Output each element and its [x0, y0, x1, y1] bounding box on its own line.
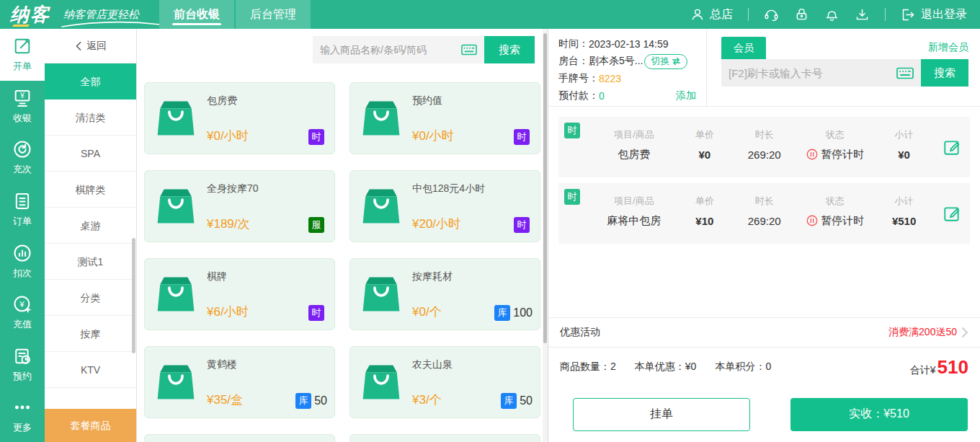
product-card[interactable]: 棋牌¥6/小时 时 — [144, 258, 335, 330]
order-item-name: 包房费 — [592, 143, 677, 165]
edit-icon[interactable] — [943, 138, 961, 156]
col-header-unit-price: 单价 — [677, 193, 733, 210]
promo-label: 优惠活动 — [560, 326, 600, 339]
product-scrollbar[interactable] — [543, 33, 547, 343]
product-card[interactable]: 按摩耗材¥0/个 库100 — [349, 258, 540, 330]
nav-item-deduct-times[interactable]: 扣次 — [0, 235, 45, 287]
member-section: 会员 新增会员 搜索 — [707, 29, 980, 106]
keyboard-icon[interactable] — [896, 67, 914, 79]
chevron-left-icon — [74, 41, 83, 51]
order-item-duration: 269:20 — [733, 210, 796, 231]
logout-button[interactable]: 退出登录 — [901, 7, 967, 22]
product-bag-icon — [155, 97, 197, 139]
product-card[interactable]: 农夫山泉¥3/个 库50 — [349, 346, 540, 418]
order-row[interactable]: 时 项目/商品 单价 时长 状态 小计 包房费 ¥0 269:20 — [558, 117, 970, 177]
bell-icon[interactable] — [824, 7, 839, 22]
col-header-status: 状态 — [796, 126, 874, 143]
col-header-duration: 时长 — [733, 126, 796, 143]
col-header-item: 项目/商品 — [592, 193, 677, 210]
order-item-duration: 269:20 — [733, 143, 796, 165]
category-item-all[interactable]: 全部 — [45, 63, 136, 100]
product-card-partial[interactable] — [144, 434, 335, 442]
member-search-button[interactable]: 搜索 — [921, 59, 968, 87]
product-name: 棋牌 — [207, 270, 327, 283]
logout-label: 退出登录 — [921, 7, 967, 22]
nav-item-open-order[interactable]: 开单 — [0, 29, 45, 81]
product-search-input[interactable] — [320, 44, 461, 56]
edit-icon[interactable] — [943, 204, 961, 223]
qty-value: 2 — [610, 361, 616, 372]
sidebar-nav: 开单 ¥ 收银 充次 订单 扣次 ¥ 充值 预约 更多 — [0, 29, 45, 442]
tagline-swoosh-icon — [61, 21, 161, 28]
logout-icon — [901, 7, 916, 22]
add-deposit-link[interactable]: 添加 — [676, 89, 696, 102]
nav-item-booking[interactable]: 预约 — [0, 339, 45, 391]
total-amount: 510 — [937, 356, 968, 379]
chevron-right-icon — [961, 327, 968, 338]
order-item-subtotal: ¥0 — [874, 143, 934, 165]
nav-item-cashier[interactable]: ¥ 收银 — [0, 81, 45, 133]
product-bag-icon — [155, 361, 197, 403]
product-name: 按摩耗材 — [412, 270, 533, 283]
back-button[interactable]: 返回 — [45, 29, 136, 63]
store-selector[interactable]: 总店 — [690, 7, 733, 22]
order-item-unit-price: ¥10 — [677, 210, 733, 231]
category-item[interactable]: 棋牌类 — [45, 172, 136, 208]
cashier-icon: ¥ — [12, 88, 32, 108]
category-item[interactable]: 桌游 — [45, 208, 136, 244]
session-info: 时间：2023-02-13 14:59 房台： 剧本杀5号... 切换 手牌号：… — [548, 29, 707, 106]
nav-item-more[interactable]: 更多 — [0, 390, 45, 442]
product-area: 搜索 包房费¥0/小时 时 预约值¥0/小时 时 全身按摩70¥189/次 服 — [137, 29, 548, 442]
points-value: 0 — [765, 361, 771, 372]
new-member-link[interactable]: 新增会员 — [928, 41, 968, 54]
category-item[interactable]: 清洁类 — [45, 100, 136, 136]
promo-row: 优惠活动 消费满200送50 — [548, 317, 980, 348]
product-card[interactable]: 黄鹤楼¥35/盒 库50 — [144, 346, 335, 418]
app-tagline: 纳客管店更轻松 — [63, 8, 139, 22]
switch-room-button[interactable]: 切换 — [644, 54, 687, 69]
promo-link[interactable]: 消费满200送50 — [888, 326, 968, 339]
product-card-partial[interactable] — [349, 434, 540, 442]
member-tab[interactable]: 会员 — [721, 37, 766, 59]
deposit-label: 预付款： — [558, 89, 599, 102]
product-card[interactable]: 预约值¥0/小时 时 — [349, 82, 540, 154]
tab-backend-admin[interactable]: 后台管理 — [236, 0, 311, 29]
receive-payment-button[interactable]: 实收：¥510 — [790, 398, 968, 431]
col-header-unit-price: 单价 — [677, 126, 733, 143]
member-card-input[interactable] — [729, 67, 896, 79]
product-name: 中包128元4小时 — [412, 182, 533, 195]
summary-row: 商品数量：2 本单优惠：¥0 本单积分：0 合计¥ 510 — [548, 348, 980, 386]
category-item[interactable]: 按摩 — [45, 316, 136, 352]
col-header-subtotal: 小计 — [874, 126, 934, 143]
download-icon[interactable] — [855, 7, 870, 22]
product-search-button[interactable]: 搜索 — [484, 36, 535, 63]
discount-value: ¥0 — [685, 361, 697, 372]
category-item[interactable]: 分类 — [45, 280, 136, 316]
category-item[interactable]: 测试1 — [45, 244, 136, 280]
package-products-button[interactable]: 套餐商品 — [45, 409, 136, 442]
lock-icon[interactable] — [794, 7, 809, 22]
more-icon — [12, 397, 32, 417]
keyboard-icon[interactable] — [461, 44, 477, 56]
tab-front-cashier[interactable]: 前台收银 — [159, 0, 234, 29]
headset-icon[interactable] — [764, 7, 779, 22]
member-card-box — [721, 59, 921, 87]
product-card[interactable]: 全身按摩70¥189/次 服 — [144, 170, 335, 242]
product-bag-icon — [155, 273, 197, 315]
product-card[interactable]: 包房费¥0/小时 时 — [144, 82, 335, 154]
order-row[interactable]: 时 项目/商品 单价 时长 状态 小计 麻将中包房 ¥10 269:20 — [558, 183, 970, 244]
nav-item-recharge[interactable]: ¥ 充值 — [0, 287, 45, 339]
member-search-row: 搜索 — [721, 59, 968, 87]
product-card[interactable]: 中包128元4小时¥20/小时 时 — [349, 170, 540, 242]
category-item[interactable]: KTV — [45, 352, 136, 388]
product-search-box — [313, 36, 484, 63]
category-item[interactable]: SPA — [45, 136, 136, 172]
product-search-row: 搜索 — [137, 29, 548, 71]
nav-item-orders[interactable]: 订单 — [0, 184, 45, 236]
deduct-times-icon — [12, 243, 32, 263]
nav-item-recharge-times[interactable]: 充次 — [0, 132, 45, 184]
svg-text:¥: ¥ — [19, 91, 24, 100]
hold-order-button[interactable]: 挂单 — [573, 398, 750, 431]
stock-count: 100 — [513, 306, 533, 319]
category-scrollbar[interactable] — [132, 238, 135, 353]
